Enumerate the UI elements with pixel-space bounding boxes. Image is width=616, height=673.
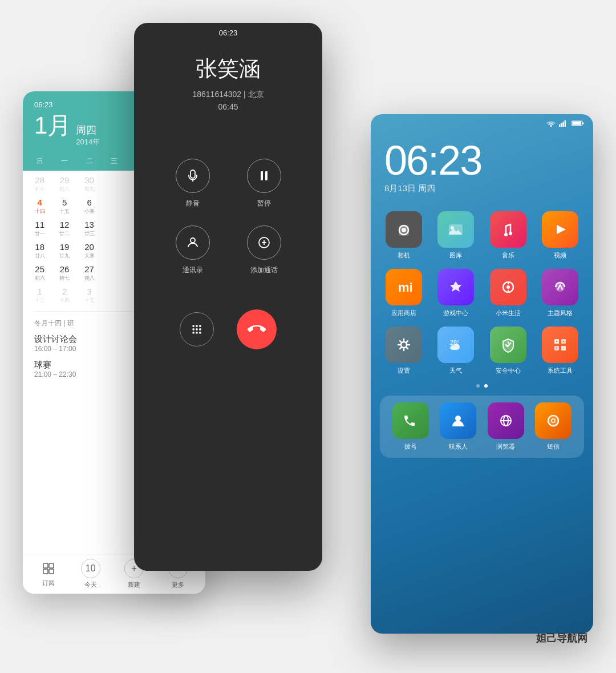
app-music[interactable]: 音乐	[484, 211, 532, 260]
svg-rect-0	[43, 563, 48, 568]
svg-point-62	[552, 420, 554, 422]
app-theme[interactable]: 主题风格	[537, 269, 585, 317]
app-appstore[interactable]: mi 应用商店	[380, 269, 428, 317]
add-call-button[interactable]: 添加通话	[240, 225, 288, 275]
cal-cell[interactable]: 1十三	[27, 284, 52, 307]
svg-rect-6	[265, 171, 268, 180]
svg-rect-27	[572, 122, 581, 125]
subscribe-label: 订阅	[42, 579, 55, 587]
weekday-mon: 一	[52, 156, 76, 166]
security-icon	[490, 327, 526, 363]
cal-cell[interactable]: 18廿八	[27, 240, 52, 262]
cal-cell[interactable]: 19廿九	[52, 240, 76, 262]
gallery-icon	[437, 211, 474, 248]
contacts-icon	[176, 225, 210, 260]
cal-cell-today[interactable]: 4十四	[27, 195, 52, 217]
app-settings[interactable]: 设置	[380, 327, 428, 375]
hold-label: 暂停	[257, 199, 271, 208]
weekday-sun: 日	[27, 156, 52, 166]
weekday-tue: 二	[77, 156, 102, 166]
weather-label: 天气	[449, 366, 462, 375]
svg-point-20	[550, 124, 552, 126]
app-mi-life[interactable]: 小米生活	[484, 269, 532, 317]
cal-cell[interactable]: 11廿一	[27, 217, 52, 240]
settings-label: 设置	[398, 366, 410, 375]
home-status-bar	[371, 114, 593, 128]
contacts-label: 联系人	[449, 442, 468, 451]
camera-label: 相机	[398, 251, 410, 260]
browser-icon	[488, 402, 524, 439]
phone-time: 06:23	[219, 29, 238, 37]
subscribe-button[interactable]: 订阅	[40, 561, 56, 587]
caller-location: 北京	[248, 90, 264, 99]
contacts-label: 通讯录	[183, 265, 203, 275]
theme-label: 主题风格	[548, 309, 573, 317]
cal-cell[interactable]: 3十五	[77, 284, 102, 307]
cal-cell[interactable]: 5十五	[52, 195, 76, 217]
cal-cell[interactable]: 30初九	[77, 173, 102, 195]
svg-point-43	[401, 342, 407, 348]
dock-sms[interactable]: 短信	[532, 402, 576, 451]
app-weather[interactable]: 28° 天气	[432, 327, 480, 375]
mute-button[interactable]: 静音	[168, 159, 217, 208]
hold-button[interactable]: 暂停	[240, 159, 288, 208]
cal-cell[interactable]: 29初八	[52, 173, 76, 195]
mi-label: 小米生活	[496, 309, 521, 317]
app-security[interactable]: 安全中心	[484, 327, 532, 375]
cal-cell[interactable]: 13廿三	[77, 217, 102, 240]
cal-cell[interactable]: 20大寒	[77, 240, 102, 262]
video-icon	[542, 211, 578, 248]
mi-icon	[490, 269, 526, 305]
cal-cell[interactable]: 27朔八	[77, 262, 102, 284]
phone-label: 拨号	[404, 442, 417, 451]
svg-rect-22	[561, 123, 562, 126]
dock-contacts[interactable]: 联系人	[437, 402, 480, 451]
app-video[interactable]: 视频	[537, 211, 585, 260]
cal-cell[interactable]: 2十四	[52, 284, 76, 307]
add-call-icon	[247, 225, 281, 260]
dialpad-button[interactable]	[180, 312, 214, 346]
app-grid-row1: 相机 图库	[371, 211, 593, 260]
wifi-icon	[546, 120, 556, 128]
cal-cell[interactable]: 25初六	[27, 262, 52, 284]
cal-cell[interactable]: 26初七	[52, 262, 76, 284]
sms-label: 短信	[547, 442, 560, 451]
contacts-button[interactable]: 通讯录	[168, 225, 217, 275]
cal-cell[interactable]: 12廿二	[52, 217, 76, 240]
app-tools[interactable]: 系统工具	[537, 327, 585, 375]
sms-icon	[535, 402, 572, 439]
app-gallery[interactable]: 图库	[432, 211, 480, 260]
app-games[interactable]: 游戏中心	[432, 269, 480, 317]
app-grid-row3: 设置 28° 天气	[371, 327, 593, 375]
phone-icon	[392, 402, 429, 439]
cal-cell[interactable]: 6小寒	[77, 195, 102, 217]
svg-rect-54	[556, 348, 557, 349]
cal-cell	[102, 262, 126, 284]
cal-cell	[102, 173, 126, 195]
page-dots	[371, 375, 593, 393]
end-call-button[interactable]	[237, 309, 277, 349]
dock-browser[interactable]: 浏览器	[484, 402, 528, 451]
cal-cell[interactable]: 28初七	[27, 173, 52, 195]
calendar-month: 1月	[34, 114, 71, 138]
dot-2	[484, 384, 488, 388]
svg-rect-24	[565, 120, 566, 126]
caller-name: 张笑涵	[134, 54, 322, 83]
cal-cell	[102, 284, 126, 307]
svg-rect-14	[193, 329, 194, 331]
appstore-icon: mi	[386, 269, 422, 305]
svg-rect-2	[43, 569, 48, 574]
app-camera[interactable]: 相机	[380, 211, 428, 260]
phone-status-bar: 06:23	[134, 23, 322, 37]
svg-rect-55	[563, 348, 564, 349]
gallery-label: 图库	[449, 251, 462, 260]
dock-phone[interactable]: 拨号	[389, 402, 432, 451]
call-duration: 06:45	[218, 102, 238, 111]
more-label: 更多	[172, 581, 184, 589]
today-button[interactable]: 10 今天	[81, 559, 100, 589]
battery-icon	[572, 120, 584, 128]
app-grid-row2: mi 应用商店 游戏中心	[371, 269, 593, 317]
cal-cell	[102, 240, 126, 262]
svg-rect-16	[199, 329, 201, 331]
svg-point-56	[455, 416, 461, 421]
